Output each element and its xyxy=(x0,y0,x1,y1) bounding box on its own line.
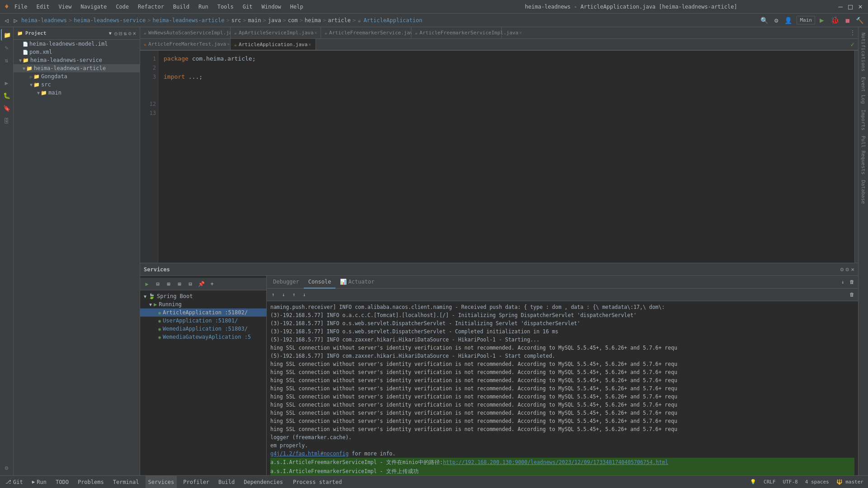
scroll-to-end-btn[interactable]: ↓ xyxy=(838,278,847,287)
event-log-label[interactable]: Event Log xyxy=(859,75,867,106)
settings-icon[interactable]: ⚙ xyxy=(773,16,780,25)
minio-link[interactable]: http://192.168.200.130:9000/leadnews/202… xyxy=(443,459,669,465)
run-all-button[interactable]: ▶ xyxy=(142,279,152,289)
tree-item-main[interactable]: ▼ 📁 main xyxy=(14,89,140,97)
svc-article-app[interactable]: ◉ ArticleApplication :51802/ xyxy=(140,308,266,317)
menu-git[interactable]: Git xyxy=(241,3,255,11)
crlf-indicator[interactable]: CRLF xyxy=(762,479,778,485)
editor-scrollbar[interactable] xyxy=(854,51,858,263)
up-arrow-btn[interactable]: ↑ xyxy=(269,290,278,299)
indent-indicator[interactable]: 4 spaces xyxy=(803,479,831,485)
intellisense-icon[interactable]: 💡 xyxy=(748,479,758,485)
activity-project[interactable]: 📁 xyxy=(1,29,13,41)
services-close-icon[interactable]: × xyxy=(851,266,854,273)
group-btn[interactable]: ⊞ xyxy=(175,279,184,289)
up-arrow2-btn[interactable]: ↑ xyxy=(289,290,298,299)
build-button[interactable]: 🔨 xyxy=(854,16,865,25)
close-panel-icon[interactable]: × xyxy=(133,30,136,37)
tree-item-model[interactable]: 📄 heima-leadnews-model.iml xyxy=(14,40,140,48)
tab-aparticle[interactable]: ☕ ApArticleServiceImpl.java × xyxy=(231,27,321,38)
menu-build[interactable]: Build xyxy=(171,3,191,11)
tab-freemarker-impl[interactable]: ☕ ArticleFreemarkerServiceImpl.java × xyxy=(411,27,502,38)
pull-requests-label[interactable]: Pull Requests xyxy=(859,134,867,176)
settings-icon[interactable]: ⚙ xyxy=(128,30,132,37)
menu-help[interactable]: Help xyxy=(288,3,305,11)
tab-actuator[interactable]: 📊 Actuator xyxy=(335,276,379,289)
tree-item-pom[interactable]: 📄 pom.xml xyxy=(14,48,140,56)
menu-refactor[interactable]: Refactor xyxy=(136,3,166,11)
stop-button[interactable]: ■ xyxy=(844,16,851,25)
svc-wemedia-app[interactable]: ◉ WemediaApplication :51803/ xyxy=(140,325,266,333)
encoding-indicator[interactable]: UTF-8 xyxy=(781,479,800,485)
maximize-button[interactable]: □ xyxy=(847,4,854,10)
tabs-more-button[interactable]: ⋮ xyxy=(847,29,858,36)
menu-edit[interactable]: Edit xyxy=(35,3,52,11)
locate-icon[interactable]: ◎ xyxy=(114,30,118,37)
menu-view[interactable]: View xyxy=(57,3,73,11)
filter-btn[interactable]: ⊟ xyxy=(185,279,195,289)
tab-console[interactable]: Console xyxy=(304,276,336,289)
tree-item-article[interactable]: ▼ 📁 heima-leadnews-article xyxy=(14,64,140,72)
collapse-all-icon[interactable]: ⊟ xyxy=(119,30,122,37)
svc-running[interactable]: ▼ ▶ Running xyxy=(140,300,266,308)
user-icon[interactable]: 👤 xyxy=(783,16,794,25)
collapse-all-btn[interactable]: ⊟ xyxy=(153,279,163,289)
status-terminal[interactable]: Terminal xyxy=(110,476,142,488)
trash-btn[interactable]: 🗑 xyxy=(847,290,856,299)
clear-console-btn[interactable]: 🗑 xyxy=(847,278,856,287)
menu-code[interactable]: Code xyxy=(114,3,131,11)
forward-button[interactable]: ▷ xyxy=(12,16,19,25)
tab-wmnews[interactable]: ☕ WmNewsAutoScanServiceImpl.java × xyxy=(140,27,231,38)
down-arrow2-btn[interactable]: ↓ xyxy=(300,290,309,299)
tab-debugger[interactable]: Debugger xyxy=(269,276,304,289)
run-button[interactable]: ▶ xyxy=(818,15,826,25)
tree-item-gongdata[interactable]: ▷ 📁 Gongdata xyxy=(14,72,140,81)
tree-item-src[interactable]: ▼ 📁 src xyxy=(14,81,140,89)
close-button[interactable]: × xyxy=(857,4,863,10)
imports-label[interactable]: Imports xyxy=(859,108,867,132)
status-run[interactable]: ▶ Run xyxy=(29,476,49,488)
status-todo[interactable]: TODO xyxy=(53,476,71,488)
activity-bookmarks[interactable]: 🔖 xyxy=(1,102,13,114)
tree-item-service[interactable]: ▼ 📁 heima-leadnews-service xyxy=(14,56,140,64)
status-dependencies[interactable]: Dependencies xyxy=(241,476,286,488)
sort-icon[interactable]: ⇅ xyxy=(123,30,127,37)
activity-settings[interactable]: ⚙ xyxy=(1,462,13,474)
pin-btn[interactable]: 📌 xyxy=(196,279,206,289)
activity-run[interactable]: ▶ xyxy=(1,77,13,89)
svc-gateway-app[interactable]: ◉ WemediaGatewayAplication :5 xyxy=(140,333,266,341)
activity-database[interactable]: 🗄 xyxy=(1,115,13,127)
notifications-label[interactable]: Notifications xyxy=(859,31,867,73)
activity-debug[interactable]: 🐛 xyxy=(1,90,13,101)
code-content[interactable]: package com.heima.article; import ...; xyxy=(158,51,854,263)
down-arrow-btn[interactable]: ↓ xyxy=(279,290,288,299)
menu-window[interactable]: Window xyxy=(259,3,283,11)
back-button[interactable]: ◁ xyxy=(3,16,10,25)
tab-freemarker-service[interactable]: ☕ ArticleFreemarkerService.java × xyxy=(321,27,411,38)
status-git[interactable]: ⎇ Git xyxy=(3,476,26,488)
close-tab-article-app[interactable]: × xyxy=(307,42,312,47)
services-configure-icon[interactable]: ⚙ xyxy=(845,266,849,273)
tab-article-app[interactable]: ☕ ArticleApplication.java × xyxy=(231,39,316,50)
activity-pull-requests[interactable]: ⇅ xyxy=(1,54,13,66)
add-service-btn[interactable]: + xyxy=(207,279,217,289)
close-tab-aparticle[interactable]: × xyxy=(314,30,318,35)
menu-navigate[interactable]: Navigate xyxy=(79,3,108,11)
console-output[interactable]: naming.push.receiver] INFO com.alibaba.n… xyxy=(267,301,858,475)
menu-run[interactable]: Run xyxy=(197,3,210,11)
search-icon[interactable]: 🔍 xyxy=(759,16,770,25)
status-profiler[interactable]: Profiler xyxy=(180,476,212,488)
services-settings-icon[interactable]: ⚙ xyxy=(840,266,844,273)
close-tab-freemarker-impl[interactable]: × xyxy=(519,30,523,35)
status-services[interactable]: Services xyxy=(146,476,177,488)
menu-file[interactable]: File xyxy=(13,3,29,11)
expand-all-btn[interactable]: ⊞ xyxy=(164,279,174,289)
menu-tools[interactable]: Tools xyxy=(216,3,236,11)
close-tab-freemaker-test[interactable]: × xyxy=(226,42,231,47)
debug-button[interactable]: 🐞 xyxy=(829,15,841,25)
status-build[interactable]: Build xyxy=(216,476,237,488)
status-problems[interactable]: Problems xyxy=(75,476,107,488)
svc-springboot[interactable]: ▼ 🍃 Spring Boot xyxy=(140,292,266,300)
svc-user-app[interactable]: ◉ UserApplication :51801/ xyxy=(140,317,266,325)
tab-freemaker-test[interactable]: ☕ ArticleFreeMarkerTest.java × xyxy=(140,39,231,50)
